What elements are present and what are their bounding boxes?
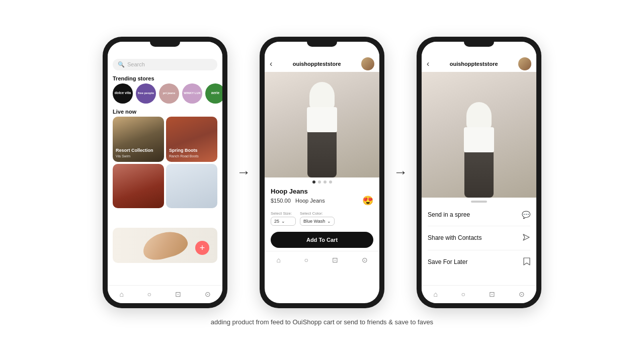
nav-home-icon-2[interactable]: ⌂ xyxy=(276,256,280,264)
option-spree-label: Send in a spree xyxy=(428,211,470,218)
back-button[interactable]: ‹ xyxy=(270,59,272,68)
shoe-bg: + xyxy=(113,228,217,263)
bottom-nav-3: ⌂ ○ ⊡ ⊙ xyxy=(422,285,536,303)
main-container: 🔍 Search Trending stores dolce vita free… xyxy=(0,37,644,326)
bottom-card-active[interactable] xyxy=(166,164,217,208)
option-spree[interactable]: Send in a spree 💬 xyxy=(428,204,530,226)
shoe-section: + xyxy=(108,208,222,285)
color-select[interactable]: Blue Wash ⌄ xyxy=(300,217,335,226)
store-aerie[interactable]: aerie xyxy=(205,83,222,104)
bottom-nav-2: ⌂ ○ ⊡ ⊙ xyxy=(265,251,379,269)
phone-3-screen: ‹ ouishoppteststore Send in a spree xyxy=(422,42,536,303)
nav-profile-icon[interactable]: ⊙ xyxy=(205,290,211,298)
bottom-grid xyxy=(108,162,222,208)
image-dots xyxy=(265,177,379,186)
phone-notch-3 xyxy=(464,42,494,47)
option-save-label: Save For Later xyxy=(428,258,467,265)
phone-1-screen: 🔍 Search Trending stores dolce vita free… xyxy=(108,42,222,303)
live-now-label: Live now xyxy=(108,107,222,117)
save-icon xyxy=(523,257,530,267)
live-card-resort[interactable]: Resort Collection Via Swim xyxy=(113,117,164,162)
dot-3 xyxy=(324,180,327,184)
nav-home-icon-3[interactable]: ⌂ xyxy=(433,290,437,298)
phone-1: 🔍 Search Trending stores dolce vita free… xyxy=(103,37,227,308)
contacts-icon xyxy=(522,233,530,243)
nav-profile-icon-2[interactable]: ⊙ xyxy=(362,256,368,264)
store-dolce-vita[interactable]: dolce vita xyxy=(113,83,133,104)
bottom-card-dress[interactable] xyxy=(113,164,164,208)
trending-stores-row: dolce vita free people pri jeans WINKY L… xyxy=(108,83,222,107)
share-options: Send in a spree 💬 Share with Contacts Sa… xyxy=(422,204,536,285)
phone-1-notch-area xyxy=(108,42,222,56)
search-icon: 🔍 xyxy=(118,61,125,68)
person-head xyxy=(309,82,335,110)
phone-2-notch-area xyxy=(265,42,379,56)
nav-cart-icon-2[interactable]: ⊡ xyxy=(332,256,338,264)
arrow-2: → xyxy=(393,164,408,180)
nav-cart-icon[interactable]: ⊡ xyxy=(175,290,181,298)
avatar-3 xyxy=(518,57,531,70)
person-shirt-3 xyxy=(464,127,494,152)
phones-row: 🔍 Search Trending stores dolce vita free… xyxy=(103,37,541,308)
nav-home-icon[interactable]: ⌂ xyxy=(119,290,123,298)
phone-3-notch-area xyxy=(422,42,536,56)
option-contacts-label: Share with Contacts xyxy=(428,234,481,241)
fab-add-button[interactable]: + xyxy=(195,241,209,255)
person-shirt xyxy=(307,107,337,132)
store-pri-jeans[interactable]: pri jeans xyxy=(159,83,179,104)
store-free-people[interactable]: free people xyxy=(136,83,156,104)
product-name: Hoop Jeans xyxy=(271,188,373,195)
product-price: $150.00 Hoop Jeans xyxy=(271,198,325,204)
product-info: Hoop Jeans $150.00 Hoop Jeans 😍 xyxy=(265,186,379,208)
add-to-cart-button[interactable]: Add To Cart xyxy=(271,232,373,248)
product-price-row: $150.00 Hoop Jeans 😍 xyxy=(271,195,373,206)
phone-notch xyxy=(150,42,180,47)
person-jeans-3 xyxy=(464,152,494,198)
spree-icon: 💬 xyxy=(522,211,530,219)
nav-profile-icon-3[interactable]: ⊙ xyxy=(519,290,525,298)
nav-search-icon-3[interactable]: ○ xyxy=(461,290,465,298)
spring-card-label: Spring Boots Ranch Road Boots xyxy=(169,148,199,159)
live-grid: Resort Collection Via Swim Spring Boots … xyxy=(108,117,222,162)
phone-2: ‹ ouishoppteststore xyxy=(260,37,384,308)
page-caption: adding product from feed to OuiShopp car… xyxy=(211,318,433,326)
person-figure-3 xyxy=(456,97,502,198)
nav-cart-icon-3[interactable]: ⊡ xyxy=(489,290,495,298)
sheet-handle xyxy=(471,201,487,203)
p3-header: ‹ ouishoppteststore xyxy=(422,56,536,72)
person-figure xyxy=(299,77,345,177)
shoe-image xyxy=(140,227,190,263)
person-jeans xyxy=(307,132,337,177)
dot-2 xyxy=(318,180,321,184)
option-contacts[interactable]: Share with Contacts xyxy=(428,226,530,250)
product-image xyxy=(265,72,379,177)
phone-3: ‹ ouishoppteststore Send in a spree xyxy=(417,37,541,308)
arrow-1: → xyxy=(236,164,251,180)
resort-card-label: Resort Collection Via Swim xyxy=(116,148,153,159)
avatar-2 xyxy=(361,57,374,70)
color-label: Select Color: xyxy=(300,211,335,216)
reaction-emoji[interactable]: 😍 xyxy=(362,195,373,206)
nav-search-icon[interactable]: ○ xyxy=(147,290,151,298)
option-save[interactable]: Save For Later xyxy=(428,250,530,274)
chevron-down-icon-2: ⌄ xyxy=(327,219,331,224)
search-bar[interactable]: 🔍 Search xyxy=(113,59,217,70)
product-selects: Select Size: 25 ⌄ Select Color: Blue Was… xyxy=(265,208,379,229)
dot-1 xyxy=(312,180,315,184)
trending-label: Trending stores xyxy=(108,73,222,83)
live-card-spring[interactable]: Spring Boots Ranch Road Boots xyxy=(166,117,217,162)
store-winky-lux[interactable]: WINKY LUX xyxy=(182,83,202,104)
back-button-3[interactable]: ‹ xyxy=(427,59,429,68)
size-select-group: Select Size: 25 ⌄ xyxy=(271,211,296,226)
phone-notch-2 xyxy=(307,42,337,47)
bottom-nav-1: ⌂ ○ ⊡ ⊙ xyxy=(108,285,222,303)
phone-2-screen: ‹ ouishoppteststore xyxy=(265,42,379,303)
p2-header: ‹ ouishoppteststore xyxy=(265,56,379,72)
store-name-2: ouishoppteststore xyxy=(293,61,341,67)
chevron-down-icon: ⌄ xyxy=(281,219,285,224)
size-select[interactable]: 25 ⌄ xyxy=(271,217,296,226)
person-head-3 xyxy=(466,102,492,130)
dot-4 xyxy=(329,180,332,184)
nav-search-icon-2[interactable]: ○ xyxy=(304,256,308,264)
color-select-group: Select Color: Blue Wash ⌄ xyxy=(300,211,335,226)
